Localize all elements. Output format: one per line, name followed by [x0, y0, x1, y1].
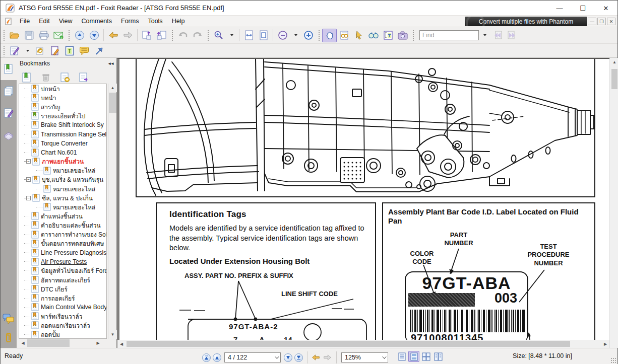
previous-page-button-status[interactable] [213, 353, 221, 362]
pages-panel-tab[interactable] [1, 80, 17, 102]
minimize-button[interactable]: — [548, 1, 571, 16]
toolbar-grip[interactable] [171, 30, 173, 41]
phantom-ad-banner[interactable]: Convert multiple files with Phantom [465, 17, 587, 26]
bookmark-item[interactable]: หมายเลขอะไหล่ [19, 202, 106, 211]
toolbar-grip[interactable] [3, 30, 5, 41]
mdi-minimize-button[interactable]: — [588, 18, 596, 25]
bookmark-item[interactable]: Transmission Range Sele [19, 129, 106, 138]
zoom-tool-button[interactable] [211, 29, 226, 42]
next-view-button[interactable] [120, 29, 135, 42]
scrollbar-thumb[interactable] [109, 93, 116, 113]
toolbar-grip[interactable] [3, 45, 5, 56]
comments-list-panel-tab[interactable] [3, 314, 15, 325]
scroll-up-arrow[interactable]: ▲ [610, 58, 618, 66]
arrow-tool-button[interactable] [91, 44, 106, 57]
mdi-restore-button[interactable]: ❐ [597, 18, 606, 25]
email-button[interactable]: e [51, 29, 66, 42]
facing-view-button[interactable] [420, 351, 431, 362]
scroll-down-arrow[interactable]: ▼ [108, 330, 117, 339]
scroll-right-arrow[interactable]: ▶ [601, 340, 609, 348]
snapshot-button[interactable] [395, 29, 410, 42]
attachments-panel-tab[interactable] [5, 332, 13, 344]
comments-panel-tab[interactable] [1, 102, 17, 124]
print-button[interactable] [36, 29, 51, 42]
export-bookmark-button[interactable] [78, 71, 90, 84]
fit-width-button[interactable] [241, 29, 256, 42]
scroll-left-arrow[interactable]: ◀ [19, 339, 27, 347]
delete-bookmark-button[interactable] [40, 71, 52, 84]
find-dropdown[interactable] [479, 29, 490, 42]
bookmark-item[interactable]: สารบัญ [19, 102, 106, 111]
close-button[interactable]: ✕ [594, 1, 617, 16]
typewriter-text-button[interactable]: T [62, 44, 77, 57]
zoom-level-combobox[interactable]: 125% [341, 352, 388, 362]
reading-mode-button[interactable] [337, 29, 351, 42]
bookmark-item[interactable]: หมายเลขอะไหล่ [19, 184, 106, 193]
redo-button[interactable] [190, 29, 205, 42]
signature-tool-button[interactable] [7, 44, 22, 57]
search-button[interactable] [366, 29, 381, 42]
find-next-button[interactable] [505, 29, 519, 42]
comment-bubble-button[interactable] [77, 44, 91, 57]
continuous-facing-view-button[interactable] [432, 351, 444, 362]
bookmark-item[interactable]: คำอธิบายแต่ละชิ้นส่วน [19, 221, 106, 230]
menu-item-tools[interactable]: Tools [143, 16, 167, 26]
bookmark-item[interactable]: Torque Converter [19, 139, 106, 148]
menu-item-view[interactable]: View [54, 16, 77, 26]
menu-item-forms[interactable]: Forms [116, 16, 143, 26]
save-button[interactable] [22, 29, 36, 42]
document-vertical-scrollbar[interactable]: ▲ [609, 58, 618, 348]
select-annotation-button[interactable] [351, 29, 366, 42]
bookmark-item[interactable]: รายละเอียดทั่วไป [19, 111, 106, 120]
bookmark-item[interactable]: อัตราทดแต่ละเกียร์ [19, 275, 106, 284]
scrollbar-thumb[interactable] [127, 341, 570, 347]
zoom-out-button[interactable] [275, 29, 290, 42]
zoom-tool-dropdown[interactable] [226, 29, 237, 42]
undo-button[interactable] [175, 29, 190, 42]
menu-item-file[interactable]: File [15, 16, 34, 26]
toolbar-grip[interactable] [318, 30, 320, 41]
bookmarks-vertical-scrollbar[interactable]: ▲ ▼ [108, 84, 116, 339]
bookmarks-panel-tab[interactable] [1, 58, 17, 80]
signature-tool-dropdown[interactable] [22, 44, 33, 57]
bookmark-item[interactable]: ถอดปั้ม [19, 330, 106, 339]
find-input[interactable] [419, 30, 479, 40]
page-number-combobox[interactable]: 4 / 122 [224, 352, 281, 362]
scroll-left-arrow[interactable]: ◀ [117, 340, 126, 348]
menu-item-comments[interactable]: Comments [77, 16, 116, 26]
bookmark-item[interactable]: −บุช,แบริ่ง & แหวนกันรุน [19, 175, 106, 184]
zoom-level-dropdown[interactable] [290, 29, 301, 42]
add-bookmark-button[interactable] [59, 71, 71, 84]
continuous-view-button[interactable] [408, 351, 419, 362]
layers-panel-tab[interactable] [1, 124, 17, 147]
bookmark-item[interactable]: Chart No.601 [19, 148, 106, 157]
bookmark-item[interactable]: ตารางการทำงานของ Sole [19, 230, 106, 239]
single-page-view-button[interactable] [396, 351, 407, 362]
scroll-right-arrow[interactable]: ▶ [94, 339, 102, 347]
bookmark-item[interactable]: ข้อมูลทั่วไปของเกียร์ Ford [19, 266, 106, 275]
bookmark-item[interactable]: บทนำ [19, 93, 106, 102]
bookmark-item[interactable]: หมายเลขอะไหล่ [19, 166, 106, 175]
bookmark-item[interactable]: Air Presure Tests [19, 257, 106, 266]
bookmark-item[interactable]: −ภาพแยกชิ้นส่วน [19, 157, 106, 166]
previous-view-button[interactable] [106, 29, 120, 42]
hand-tool-button[interactable] [322, 29, 337, 42]
toolbar-grip[interactable] [412, 30, 414, 41]
scrollbar-thumb[interactable] [27, 339, 70, 347]
bookmark-item[interactable]: การถอดเกียร์ [19, 294, 106, 303]
toolbar-grip[interactable] [68, 30, 70, 41]
first-page-button[interactable] [202, 353, 211, 362]
bookmark-item[interactable]: พาร์ทเรือนวาล์ว [19, 312, 106, 321]
maximize-button[interactable]: ☐ [571, 1, 594, 16]
next-page-button-status[interactable] [284, 353, 292, 362]
extract-pages-button[interactable] [154, 29, 169, 42]
bookmark-item[interactable]: ขั้นตอนการทดสอบพิเศษ [19, 239, 106, 248]
menu-item-edit[interactable]: Edit [34, 16, 54, 26]
previous-page-button[interactable] [72, 29, 87, 42]
bookmark-item[interactable]: Brake Shift Interlock Sy [19, 120, 106, 129]
document-view[interactable]: Identification Tags Models are identifie… [117, 58, 609, 340]
collapse-bookmark-icon[interactable]: − [26, 159, 31, 164]
insert-pages-button[interactable] [140, 29, 154, 42]
attach-file-comment-button[interactable] [33, 44, 47, 57]
bookmark-item[interactable]: Main Control Valve Body [19, 303, 106, 312]
